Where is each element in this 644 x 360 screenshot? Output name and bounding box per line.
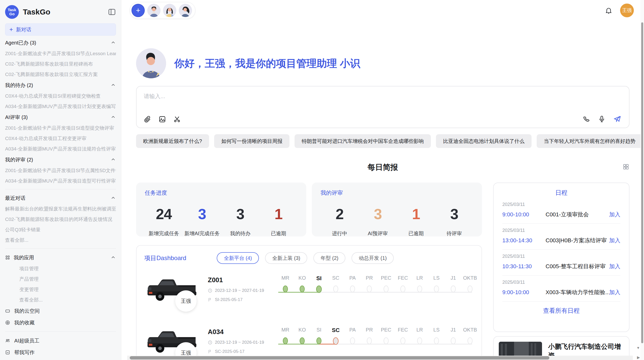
milestone-label: LS	[433, 327, 440, 334]
milestone-label: KO	[299, 327, 306, 334]
filter-new-platform[interactable]: 全新平台 (4)	[217, 252, 259, 264]
stat-label: 进行中	[320, 230, 359, 237]
task-item[interactable]: Z001-全新燃油轻卡产品开发项目SI节点属性5D文件评审	[5, 165, 116, 176]
clock-icon	[208, 340, 212, 345]
recent-chat-item[interactable]: 解释最新出台的欧盟报废车法规再生塑料比例被调至15%...	[5, 204, 116, 214]
my-review-card: 我的评审 2 进行中 3 AI预评审	[312, 183, 482, 236]
stat-pending-review: 3 待评审	[435, 205, 473, 237]
horizontal-scrollbar-thumb[interactable]	[130, 356, 549, 359]
join-link[interactable]: 加入	[609, 211, 620, 218]
milestone-label: LR	[416, 275, 423, 282]
sidebar-item-favorites[interactable]: 我的收藏	[5, 317, 116, 328]
section-agent-done[interactable]: Agent已办 (3)	[5, 37, 116, 48]
view-all-schedule[interactable]: 查看所有日程	[502, 302, 620, 317]
task-item[interactable]: A034-全新新能源MUV产品开发项目造型可行性评审	[5, 176, 116, 186]
milestone-label: PEC	[381, 275, 391, 282]
task-item[interactable]: C0X4-动力总成开发项目工程变更评审	[5, 133, 116, 144]
stats-row: 任务进度 24 新增完成任务 3 新增AI完成任务	[136, 183, 482, 236]
layout-grid-icon[interactable]	[622, 163, 630, 170]
suggestion-chip[interactable]: 比亚迪全固态电池计划具体说了什么	[436, 134, 532, 148]
task-item[interactable]: C02-飞腾新能源轻客改款项目立项汇报方案	[5, 69, 116, 80]
new-chat-button[interactable]: + 新对话	[5, 23, 116, 36]
milestone-label: FEC	[398, 275, 408, 282]
sidebar-item-creative-draw[interactable]: 创意制图	[5, 358, 116, 360]
section-header-label: 最近对话	[5, 195, 25, 202]
vertical-scrollbar[interactable]	[640, 0, 644, 360]
milestone-dot-overdue	[333, 337, 339, 345]
card-title: 任务进度	[145, 189, 298, 197]
filter-powertrain[interactable]: 动总开发 (1)	[352, 252, 394, 264]
project-dashboard-card: 项目Dashboard 全新平台 (4) 全新上装 (3) 年型 (2) 动总开…	[136, 245, 482, 360]
milestone-dot	[467, 337, 473, 344]
milestone-dot	[417, 337, 422, 344]
view-all-apps[interactable]: 查看全部...	[5, 295, 116, 305]
sidebar-item-change-mgmt[interactable]: 变更管理	[5, 284, 116, 295]
join-link[interactable]: 加入	[609, 263, 620, 270]
project-row-a034[interactable]: 王强 A034 2023-12-19 ~ 2026-01-19	[144, 327, 474, 360]
microphone-icon[interactable]	[598, 115, 606, 123]
join-link[interactable]: 加入	[609, 237, 620, 244]
sidebar-collapse-icon[interactable]	[108, 8, 116, 16]
project-row-z001[interactable]: 王强 Z001 2023-12-19 ~ 2027-01-19	[144, 275, 474, 316]
agent-avatar-1[interactable]	[147, 4, 160, 17]
suggestion-chip[interactable]: 如何写一份清晰的项目周报	[214, 134, 289, 148]
filter-model-year[interactable]: 年型 (2)	[313, 252, 345, 264]
recent-chat-item[interactable]: 公司Q3轻卡销量	[5, 224, 116, 235]
filter-new-body[interactable]: 全新上装 (3)	[265, 252, 307, 264]
task-item[interactable]: Z001-全新燃油轻卡产品开发项目SI造型提交物评审	[5, 123, 116, 133]
sidebar-item-my-apps[interactable]: 我的应用	[5, 252, 116, 263]
scissors-icon[interactable]	[173, 115, 181, 123]
vertical-scrollbar-thumb[interactable]	[641, 22, 643, 343]
section-recent-chats[interactable]: 最近对话	[5, 192, 116, 204]
user-avatar[interactable]: 王强	[620, 4, 634, 17]
project-flag-date: SC-2025-05-17	[215, 349, 244, 354]
sidebar-item-cloud-space[interactable]: 我的云空间	[5, 305, 116, 317]
stat-value: 3	[359, 205, 397, 222]
dashboard-title: 项目Dashboard	[144, 254, 186, 262]
milestone-label-current: SC	[332, 327, 340, 334]
add-agent-button[interactable]: +	[131, 4, 145, 17]
chat-input[interactable]	[144, 93, 622, 100]
image-icon[interactable]	[158, 115, 166, 123]
chevron-up-icon	[110, 157, 116, 162]
scroll-down-arrow[interactable]: ▼	[636, 346, 640, 350]
view-all-chats[interactable]: 查看全部...	[5, 235, 116, 245]
stat-ai-prereview: 3 AI预评审	[359, 205, 397, 237]
section-my-review[interactable]: 我的评审 (2)	[5, 154, 116, 165]
suggestion-chip[interactable]: 特朗普可能对进口汽车增税会对中国车企造成哪些影响	[295, 134, 431, 148]
agent-avatar-2[interactable]	[163, 4, 176, 17]
topbar-right: 王强	[605, 4, 634, 17]
attachment-icon[interactable]	[144, 115, 151, 123]
horizontal-scrollbar[interactable]	[127, 356, 633, 360]
section-ai-review[interactable]: AI评审 (3)	[5, 112, 116, 123]
schedule-card: 日程 2025/03/11 9:00-10:00 C001-立项审批会 加入 2…	[493, 183, 630, 332]
join-link[interactable]: 加入	[609, 289, 620, 296]
chevron-up-icon	[110, 114, 116, 120]
milestone-label: PR	[366, 275, 373, 282]
task-progress-card: 任务进度 24 新增完成任务 3 新增AI完成任务	[136, 183, 306, 236]
agent-avatar-3[interactable]	[179, 4, 192, 17]
task-item[interactable]: C0X4-动力总成开发项目SI里程碑提交物检查	[5, 91, 116, 101]
suggestion-chip[interactable]: 欧洲新规最近颁布了什么?	[136, 134, 209, 148]
ai-employee-label: AI超级员工	[14, 337, 39, 344]
task-item[interactable]: A034-全新新能源MUV产品开发项目计划变更表编写	[5, 101, 116, 112]
sidebar-item-ai-employee[interactable]: AI超级员工	[5, 335, 116, 347]
task-item[interactable]: A034-全新新能源MUV产品开发项目法规符合性评审	[5, 144, 116, 154]
milestone-dot	[350, 286, 355, 292]
milestone-label: PA	[349, 327, 356, 334]
recent-chat-item[interactable]: C02-飞腾新能源轻客改款项目的闭环通告反馈情况	[5, 214, 116, 224]
suggestion-chip[interactable]: 当下年轻人对汽车外观有怎样的喜好趋势	[537, 134, 642, 148]
task-item[interactable]: Z001-全新燃油皮卡产品开发项目SI节点Lesson Learn报告	[5, 48, 116, 59]
scroll-right-arrow[interactable]: ▶	[637, 355, 640, 360]
section-my-todo[interactable]: 我的待办 (2)	[5, 80, 116, 91]
sidebar-item-product-mgmt[interactable]: 产品管理	[5, 274, 116, 284]
sidebar-item-project-mgmt[interactable]: 项目管理	[5, 263, 116, 274]
send-icon[interactable]	[613, 115, 621, 123]
task-item[interactable]: C02-飞腾新能源轻客改款项目里程碑画布	[5, 59, 116, 69]
notification-bell-icon[interactable]	[605, 7, 612, 14]
app-logo: Task Go	[5, 5, 19, 19]
sidebar-item-help-write[interactable]: 帮我写作	[5, 347, 116, 358]
stat-value: 3	[435, 205, 473, 222]
stat-value: 2	[320, 205, 359, 222]
phone-call-icon[interactable]	[583, 115, 590, 123]
